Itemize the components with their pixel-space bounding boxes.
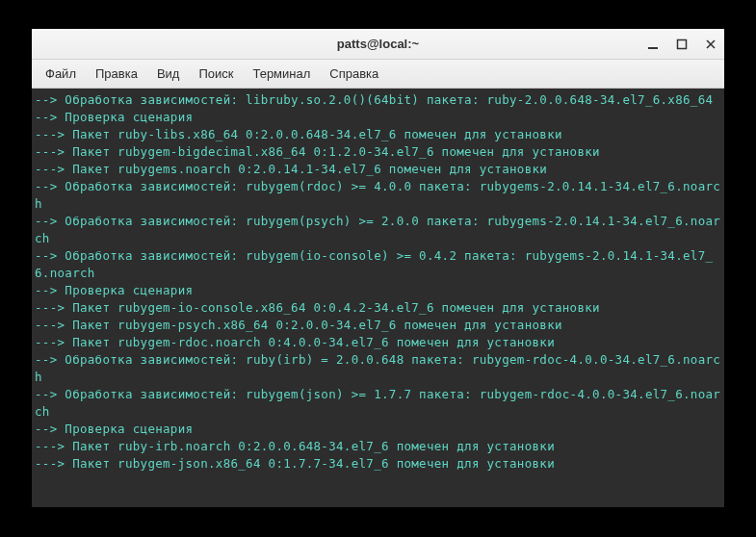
window-controls: [645, 29, 718, 59]
minimize-button[interactable]: [645, 37, 661, 52]
menu-terminal[interactable]: Терминал: [243, 63, 320, 85]
menu-edit[interactable]: Правка: [86, 63, 147, 85]
menu-help[interactable]: Справка: [320, 63, 388, 85]
close-button[interactable]: [703, 37, 718, 52]
terminal-area[interactable]: --> Обработка зависимостей: libruby.so.2…: [32, 89, 724, 507]
menu-file[interactable]: Файл: [36, 63, 86, 85]
maximize-button[interactable]: [674, 37, 690, 52]
minimize-icon: [647, 38, 659, 50]
maximize-icon: [676, 38, 688, 50]
titlebar: patts@local:~: [32, 29, 724, 60]
menu-view[interactable]: Вид: [147, 63, 190, 85]
window-title: patts@local:~: [337, 37, 419, 51]
menubar: Файл Правка Вид Поиск Терминал Справка: [32, 60, 724, 89]
terminal-window: patts@local:~ Файл Правка Вид Поиск Терм…: [32, 29, 724, 507]
menu-search[interactable]: Поиск: [189, 63, 243, 85]
svg-rect-0: [648, 47, 658, 49]
close-icon: [705, 38, 717, 50]
terminal-output: --> Обработка зависимостей: libruby.so.2…: [35, 91, 721, 473]
svg-rect-1: [678, 39, 687, 48]
